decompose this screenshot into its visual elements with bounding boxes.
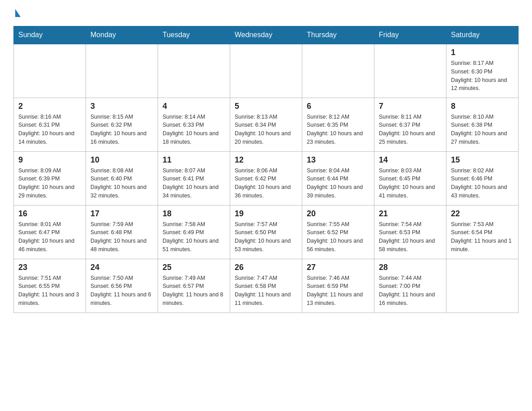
day-number: 22 <box>451 209 514 218</box>
day-cell: 3Sunrise: 8:15 AMSunset: 6:32 PMDaylight… <box>86 98 158 151</box>
day-cell: 1Sunrise: 8:17 AMSunset: 6:30 PMDaylight… <box>446 44 519 98</box>
day-number: 26 <box>235 263 297 272</box>
day-number: 28 <box>379 263 442 272</box>
day-info: Sunrise: 7:51 AMSunset: 6:55 PMDaylight:… <box>18 274 81 308</box>
day-cell <box>446 259 519 313</box>
day-cell: 19Sunrise: 7:57 AMSunset: 6:50 PMDayligh… <box>230 205 302 259</box>
day-info: Sunrise: 8:17 AMSunset: 6:30 PMDaylight:… <box>451 59 514 93</box>
day-cell: 2Sunrise: 8:16 AMSunset: 6:31 PMDaylight… <box>14 98 86 151</box>
day-number: 9 <box>18 155 81 165</box>
day-info: Sunrise: 8:09 AMSunset: 6:39 PMDaylight:… <box>18 167 81 200</box>
day-cell: 8Sunrise: 8:10 AMSunset: 6:38 PMDaylight… <box>446 98 519 151</box>
day-info: Sunrise: 8:10 AMSunset: 6:38 PMDaylight:… <box>451 113 514 146</box>
day-info: Sunrise: 7:47 AMSunset: 6:58 PMDaylight:… <box>235 274 297 308</box>
day-cell: 10Sunrise: 8:08 AMSunset: 6:40 PMDayligh… <box>86 151 158 205</box>
day-cell: 5Sunrise: 8:13 AMSunset: 6:34 PMDaylight… <box>230 98 302 151</box>
day-cell <box>14 44 86 98</box>
week-row-1: 1Sunrise: 8:17 AMSunset: 6:30 PMDaylight… <box>14 44 519 98</box>
day-number: 4 <box>163 102 225 111</box>
column-header-tuesday: Tuesday <box>158 26 230 44</box>
day-number: 11 <box>163 155 225 165</box>
day-info: Sunrise: 8:03 AMSunset: 6:45 PMDaylight:… <box>379 167 442 200</box>
day-info: Sunrise: 7:58 AMSunset: 6:49 PMDaylight:… <box>163 220 225 254</box>
day-number: 24 <box>90 263 153 272</box>
day-cell: 23Sunrise: 7:51 AMSunset: 6:55 PMDayligh… <box>14 259 86 313</box>
day-number: 16 <box>18 209 81 218</box>
column-header-monday: Monday <box>86 26 158 44</box>
column-header-thursday: Thursday <box>302 26 374 44</box>
day-cell: 27Sunrise: 7:46 AMSunset: 6:59 PMDayligh… <box>302 259 374 313</box>
day-cell: 13Sunrise: 8:04 AMSunset: 6:44 PMDayligh… <box>302 151 374 205</box>
day-info: Sunrise: 8:11 AMSunset: 6:37 PMDaylight:… <box>379 113 442 146</box>
day-info: Sunrise: 8:07 AMSunset: 6:41 PMDaylight:… <box>163 167 225 200</box>
day-info: Sunrise: 7:49 AMSunset: 6:57 PMDaylight:… <box>163 274 225 308</box>
day-number: 1 <box>451 48 514 57</box>
day-cell: 15Sunrise: 8:02 AMSunset: 6:46 PMDayligh… <box>446 151 519 205</box>
week-row-4: 16Sunrise: 8:01 AMSunset: 6:47 PMDayligh… <box>14 205 519 259</box>
logo <box>13 9 21 17</box>
day-cell: 25Sunrise: 7:49 AMSunset: 6:57 PMDayligh… <box>158 259 230 313</box>
day-info: Sunrise: 7:44 AMSunset: 7:00 PMDaylight:… <box>379 274 442 308</box>
day-info: Sunrise: 7:46 AMSunset: 6:59 PMDaylight:… <box>307 274 369 308</box>
day-cell: 16Sunrise: 8:01 AMSunset: 6:47 PMDayligh… <box>14 205 86 259</box>
day-info: Sunrise: 7:50 AMSunset: 6:56 PMDaylight:… <box>90 274 153 308</box>
day-cell <box>230 44 302 98</box>
day-number: 14 <box>379 155 442 165</box>
day-number: 17 <box>90 209 153 218</box>
day-number: 20 <box>307 209 369 218</box>
day-info: Sunrise: 7:54 AMSunset: 6:53 PMDaylight:… <box>379 220 442 254</box>
week-row-3: 9Sunrise: 8:09 AMSunset: 6:39 PMDaylight… <box>14 151 519 205</box>
day-number: 21 <box>379 209 442 218</box>
day-info: Sunrise: 8:16 AMSunset: 6:31 PMDaylight:… <box>18 113 81 146</box>
day-cell: 28Sunrise: 7:44 AMSunset: 7:00 PMDayligh… <box>374 259 446 313</box>
day-cell: 6Sunrise: 8:12 AMSunset: 6:35 PMDaylight… <box>302 98 374 151</box>
day-info: Sunrise: 8:12 AMSunset: 6:35 PMDaylight:… <box>307 113 369 146</box>
day-number: 19 <box>235 209 297 218</box>
day-number: 7 <box>379 102 442 111</box>
day-info: Sunrise: 7:57 AMSunset: 6:50 PMDaylight:… <box>235 220 297 254</box>
column-header-wednesday: Wednesday <box>230 26 302 44</box>
day-info: Sunrise: 8:04 AMSunset: 6:44 PMDaylight:… <box>307 167 369 200</box>
day-cell: 20Sunrise: 7:55 AMSunset: 6:52 PMDayligh… <box>302 205 374 259</box>
day-info: Sunrise: 8:13 AMSunset: 6:34 PMDaylight:… <box>235 113 297 146</box>
day-cell <box>374 44 446 98</box>
column-header-saturday: Saturday <box>446 26 519 44</box>
day-cell: 18Sunrise: 7:58 AMSunset: 6:49 PMDayligh… <box>158 205 230 259</box>
day-info: Sunrise: 8:02 AMSunset: 6:46 PMDaylight:… <box>451 167 514 200</box>
column-header-friday: Friday <box>374 26 446 44</box>
day-number: 2 <box>18 102 81 111</box>
calendar-header-row: SundayMondayTuesdayWednesdayThursdayFrid… <box>14 26 519 44</box>
day-info: Sunrise: 8:15 AMSunset: 6:32 PMDaylight:… <box>90 113 153 146</box>
day-cell: 11Sunrise: 8:07 AMSunset: 6:41 PMDayligh… <box>158 151 230 205</box>
day-number: 13 <box>307 155 369 165</box>
day-info: Sunrise: 8:08 AMSunset: 6:40 PMDaylight:… <box>90 167 153 200</box>
day-number: 10 <box>90 155 153 165</box>
day-number: 27 <box>307 263 369 272</box>
day-info: Sunrise: 7:55 AMSunset: 6:52 PMDaylight:… <box>307 220 369 254</box>
day-cell <box>158 44 230 98</box>
day-cell: 21Sunrise: 7:54 AMSunset: 6:53 PMDayligh… <box>374 205 446 259</box>
column-header-sunday: Sunday <box>14 26 86 44</box>
day-number: 15 <box>451 155 514 165</box>
day-cell: 26Sunrise: 7:47 AMSunset: 6:58 PMDayligh… <box>230 259 302 313</box>
page-header <box>13 9 519 17</box>
day-number: 8 <box>451 102 514 111</box>
day-number: 3 <box>90 102 153 111</box>
day-number: 12 <box>235 155 297 165</box>
day-cell: 22Sunrise: 7:53 AMSunset: 6:54 PMDayligh… <box>446 205 519 259</box>
day-info: Sunrise: 7:59 AMSunset: 6:48 PMDaylight:… <box>90 220 153 254</box>
day-cell: 4Sunrise: 8:14 AMSunset: 6:33 PMDaylight… <box>158 98 230 151</box>
day-number: 5 <box>235 102 297 111</box>
day-info: Sunrise: 7:53 AMSunset: 6:54 PMDaylight:… <box>451 220 514 254</box>
day-number: 23 <box>18 263 81 272</box>
day-number: 18 <box>163 209 225 218</box>
day-cell: 7Sunrise: 8:11 AMSunset: 6:37 PMDaylight… <box>374 98 446 151</box>
day-cell <box>86 44 158 98</box>
day-number: 6 <box>307 102 369 111</box>
logo-triangle-icon <box>15 9 21 17</box>
day-cell: 17Sunrise: 7:59 AMSunset: 6:48 PMDayligh… <box>86 205 158 259</box>
calendar-table: SundayMondayTuesdayWednesdayThursdayFrid… <box>13 26 519 313</box>
day-cell: 12Sunrise: 8:06 AMSunset: 6:42 PMDayligh… <box>230 151 302 205</box>
week-row-2: 2Sunrise: 8:16 AMSunset: 6:31 PMDaylight… <box>14 98 519 151</box>
day-number: 25 <box>163 263 225 272</box>
